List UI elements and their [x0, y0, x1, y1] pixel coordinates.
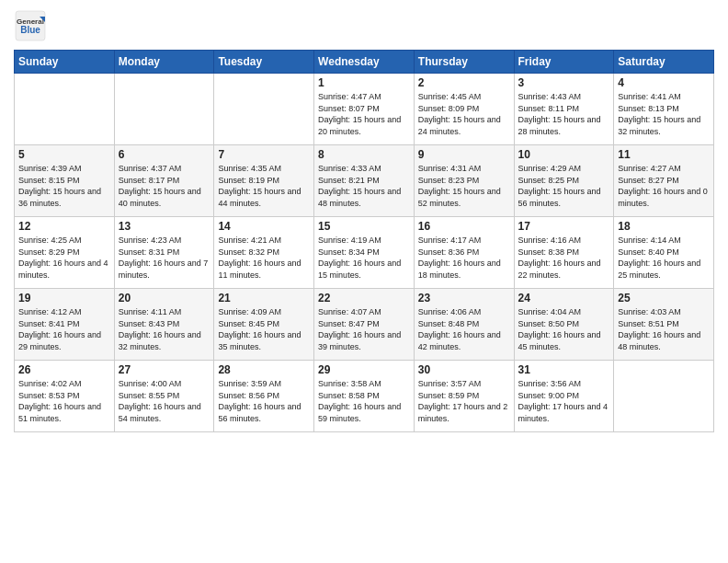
day-info: Sunrise: 3:57 AM Sunset: 8:59 PM Dayligh… — [418, 378, 510, 424]
day-number: 11 — [618, 148, 710, 161]
calendar-cell: 31Sunrise: 3:56 AM Sunset: 9:00 PM Dayli… — [514, 361, 614, 432]
calendar-cell: 20Sunrise: 4:11 AM Sunset: 8:43 PM Dayli… — [114, 289, 214, 361]
calendar-week-2: 5Sunrise: 4:39 AM Sunset: 8:15 PM Daylig… — [15, 145, 714, 217]
col-tuesday: Tuesday — [214, 51, 314, 74]
calendar-cell: 3Sunrise: 4:43 AM Sunset: 8:11 PM Daylig… — [514, 74, 614, 145]
day-number: 17 — [518, 220, 610, 233]
calendar-cell: 1Sunrise: 4:47 AM Sunset: 8:07 PM Daylig… — [314, 74, 415, 145]
day-number: 27 — [119, 363, 210, 376]
col-thursday: Thursday — [414, 51, 514, 74]
calendar-week-3: 12Sunrise: 4:25 AM Sunset: 8:29 PM Dayli… — [15, 217, 714, 289]
col-saturday: Saturday — [614, 51, 714, 74]
day-info: Sunrise: 4:06 AM Sunset: 8:48 PM Dayligh… — [418, 306, 510, 352]
day-info: Sunrise: 4:33 AM Sunset: 8:21 PM Dayligh… — [318, 163, 410, 209]
header: General Blue — [14, 9, 714, 42]
day-number: 14 — [218, 220, 310, 233]
day-info: Sunrise: 4:04 AM Sunset: 8:50 PM Dayligh… — [518, 306, 610, 352]
day-number: 30 — [418, 363, 510, 376]
day-number: 9 — [418, 148, 510, 161]
day-info: Sunrise: 3:56 AM Sunset: 9:00 PM Dayligh… — [518, 378, 610, 424]
day-number: 23 — [418, 292, 510, 304]
day-number: 16 — [418, 220, 510, 233]
page: General Blue Sunday Monday Tuesday Wedne… — [0, 0, 728, 563]
calendar-cell — [214, 74, 314, 145]
col-sunday: Sunday — [15, 51, 115, 74]
calendar-cell: 4Sunrise: 4:41 AM Sunset: 8:13 PM Daylig… — [614, 74, 714, 145]
day-number: 18 — [618, 220, 710, 233]
day-number: 31 — [518, 363, 610, 376]
day-info: Sunrise: 4:43 AM Sunset: 8:11 PM Dayligh… — [518, 91, 610, 137]
calendar-cell: 28Sunrise: 3:59 AM Sunset: 8:56 PM Dayli… — [214, 361, 314, 432]
day-info: Sunrise: 4:02 AM Sunset: 8:53 PM Dayligh… — [18, 378, 110, 424]
day-number: 29 — [318, 363, 410, 376]
day-number: 15 — [318, 220, 410, 233]
day-info: Sunrise: 3:58 AM Sunset: 8:58 PM Dayligh… — [318, 378, 410, 424]
day-number: 24 — [518, 292, 610, 304]
calendar-cell: 13Sunrise: 4:23 AM Sunset: 8:31 PM Dayli… — [114, 217, 214, 289]
calendar-cell: 6Sunrise: 4:37 AM Sunset: 8:17 PM Daylig… — [114, 145, 214, 217]
calendar-cell: 22Sunrise: 4:07 AM Sunset: 8:47 PM Dayli… — [314, 289, 415, 361]
calendar-cell: 29Sunrise: 3:58 AM Sunset: 8:58 PM Dayli… — [314, 361, 415, 432]
day-number: 3 — [518, 76, 610, 89]
day-info: Sunrise: 4:35 AM Sunset: 8:19 PM Dayligh… — [218, 163, 310, 209]
calendar-cell — [15, 74, 115, 145]
calendar-cell: 18Sunrise: 4:14 AM Sunset: 8:40 PM Dayli… — [614, 217, 714, 289]
day-number: 13 — [119, 220, 210, 233]
logo-icon: General Blue — [14, 9, 47, 42]
day-number: 10 — [518, 148, 610, 161]
day-number: 1 — [318, 76, 410, 89]
day-info: Sunrise: 4:16 AM Sunset: 8:38 PM Dayligh… — [518, 235, 610, 281]
day-info: Sunrise: 4:25 AM Sunset: 8:29 PM Dayligh… — [18, 235, 110, 281]
calendar-cell: 30Sunrise: 3:57 AM Sunset: 8:59 PM Dayli… — [414, 361, 514, 432]
day-number: 28 — [218, 363, 310, 376]
day-number: 19 — [18, 292, 110, 304]
day-info: Sunrise: 4:14 AM Sunset: 8:40 PM Dayligh… — [618, 235, 710, 281]
calendar-cell — [614, 361, 714, 432]
calendar-cell: 27Sunrise: 4:00 AM Sunset: 8:55 PM Dayli… — [114, 361, 214, 432]
day-info: Sunrise: 4:37 AM Sunset: 8:17 PM Dayligh… — [119, 163, 210, 209]
calendar-cell: 16Sunrise: 4:17 AM Sunset: 8:36 PM Dayli… — [414, 217, 514, 289]
calendar-header-row: Sunday Monday Tuesday Wednesday Thursday… — [15, 51, 714, 74]
col-wednesday: Wednesday — [314, 51, 415, 74]
day-number: 25 — [618, 292, 710, 304]
col-friday: Friday — [514, 51, 614, 74]
day-info: Sunrise: 4:23 AM Sunset: 8:31 PM Dayligh… — [119, 235, 210, 281]
day-info: Sunrise: 4:21 AM Sunset: 8:32 PM Dayligh… — [218, 235, 310, 281]
calendar-cell: 19Sunrise: 4:12 AM Sunset: 8:41 PM Dayli… — [15, 289, 115, 361]
logo: General Blue — [14, 9, 47, 42]
calendar-cell: 12Sunrise: 4:25 AM Sunset: 8:29 PM Dayli… — [15, 217, 115, 289]
calendar-cell: 7Sunrise: 4:35 AM Sunset: 8:19 PM Daylig… — [214, 145, 314, 217]
day-info: Sunrise: 4:19 AM Sunset: 8:34 PM Dayligh… — [318, 235, 410, 281]
day-number: 12 — [18, 220, 110, 233]
day-number: 6 — [119, 148, 210, 161]
day-number: 20 — [119, 292, 210, 304]
day-info: Sunrise: 4:17 AM Sunset: 8:36 PM Dayligh… — [418, 235, 510, 281]
day-info: Sunrise: 4:39 AM Sunset: 8:15 PM Dayligh… — [18, 163, 110, 209]
calendar-cell: 11Sunrise: 4:27 AM Sunset: 8:27 PM Dayli… — [614, 145, 714, 217]
calendar-cell: 23Sunrise: 4:06 AM Sunset: 8:48 PM Dayli… — [414, 289, 514, 361]
day-info: Sunrise: 4:00 AM Sunset: 8:55 PM Dayligh… — [119, 378, 210, 424]
calendar-cell: 21Sunrise: 4:09 AM Sunset: 8:45 PM Dayli… — [214, 289, 314, 361]
calendar-cell — [114, 74, 214, 145]
calendar-week-5: 26Sunrise: 4:02 AM Sunset: 8:53 PM Dayli… — [15, 361, 714, 432]
day-number: 7 — [218, 148, 310, 161]
day-info: Sunrise: 4:12 AM Sunset: 8:41 PM Dayligh… — [18, 306, 110, 352]
calendar-cell: 17Sunrise: 4:16 AM Sunset: 8:38 PM Dayli… — [514, 217, 614, 289]
day-info: Sunrise: 4:11 AM Sunset: 8:43 PM Dayligh… — [119, 306, 210, 352]
day-info: Sunrise: 4:09 AM Sunset: 8:45 PM Dayligh… — [218, 306, 310, 352]
day-number: 21 — [218, 292, 310, 304]
calendar-week-1: 1Sunrise: 4:47 AM Sunset: 8:07 PM Daylig… — [15, 74, 714, 145]
day-number: 2 — [418, 76, 510, 89]
day-info: Sunrise: 4:31 AM Sunset: 8:23 PM Dayligh… — [418, 163, 510, 209]
day-info: Sunrise: 4:45 AM Sunset: 8:09 PM Dayligh… — [418, 91, 510, 137]
calendar-cell: 10Sunrise: 4:29 AM Sunset: 8:25 PM Dayli… — [514, 145, 614, 217]
calendar-table: Sunday Monday Tuesday Wednesday Thursday… — [14, 50, 714, 432]
day-info: Sunrise: 4:47 AM Sunset: 8:07 PM Dayligh… — [318, 91, 410, 137]
day-info: Sunrise: 4:27 AM Sunset: 8:27 PM Dayligh… — [618, 163, 710, 209]
svg-text:Blue: Blue — [20, 25, 40, 35]
calendar-cell: 9Sunrise: 4:31 AM Sunset: 8:23 PM Daylig… — [414, 145, 514, 217]
calendar-week-4: 19Sunrise: 4:12 AM Sunset: 8:41 PM Dayli… — [15, 289, 714, 361]
calendar-cell: 8Sunrise: 4:33 AM Sunset: 8:21 PM Daylig… — [314, 145, 415, 217]
day-info: Sunrise: 4:07 AM Sunset: 8:47 PM Dayligh… — [318, 306, 410, 352]
calendar-cell: 25Sunrise: 4:03 AM Sunset: 8:51 PM Dayli… — [614, 289, 714, 361]
